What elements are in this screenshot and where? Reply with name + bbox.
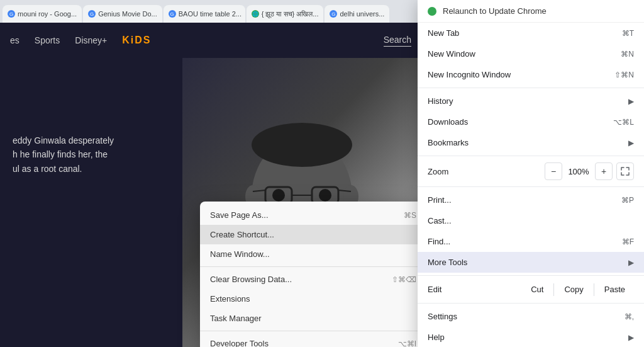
tab-2-icon: G xyxy=(88,10,96,18)
cm-edit-sep-2 xyxy=(594,283,594,296)
cm-copy-button[interactable]: Copy xyxy=(555,282,592,297)
ctx-save-page[interactable]: Save Page As... ⌘S xyxy=(200,205,426,225)
cm-more-tools[interactable]: More Tools ▶ xyxy=(418,252,644,273)
cm-divider-3 xyxy=(418,275,644,276)
cm-divider-2 xyxy=(418,156,644,156)
cm-edit-sep-1 xyxy=(553,283,554,296)
cm-cast[interactable]: Cast... xyxy=(418,210,644,231)
cm-zoom-percent: 100% xyxy=(566,167,591,176)
cm-new-tab[interactable]: New Tab ⌘T xyxy=(418,23,644,43)
cm-edit-label: Edit xyxy=(428,285,522,294)
nav-item-disney[interactable]: Disney+ xyxy=(75,35,107,45)
cm-zoom-plus[interactable]: + xyxy=(595,162,613,180)
cm-history[interactable]: History ▶ xyxy=(418,91,644,111)
more-tools-arrow-icon: ▶ xyxy=(628,258,634,267)
tab-3-icon: G xyxy=(169,10,176,18)
cm-downloads[interactable]: Downloads ⌥⌘L xyxy=(418,111,644,132)
tab-2[interactable]: G Genius Movie Do... xyxy=(83,5,162,23)
history-arrow-icon: ▶ xyxy=(628,97,634,106)
ctx-developer-tools[interactable]: Developer Tools ⌥⌘I xyxy=(200,334,426,347)
ctx-name-window[interactable]: Name Window... xyxy=(200,244,426,264)
cm-bookmarks[interactable]: Bookmarks ▶ xyxy=(418,132,644,153)
cm-zoom-controls: − 100% + xyxy=(545,162,634,180)
cm-zoom-row: Zoom − 100% + xyxy=(418,159,644,184)
nav-item-kids[interactable]: KiDS xyxy=(122,35,151,46)
nav-item-es[interactable]: es xyxy=(10,35,19,45)
cm-new-window[interactable]: New Window ⌘N xyxy=(418,43,644,64)
tab-5[interactable]: G delhi univers... xyxy=(325,5,389,23)
cm-divider-4 xyxy=(418,303,644,304)
bookmarks-arrow-icon: ▶ xyxy=(628,139,634,147)
hero-text: eddy Ginwala desperatelyh he finally fin… xyxy=(13,134,114,176)
tab-1[interactable]: G mouni roy - Goog... xyxy=(3,5,82,23)
tab-4-icon: 🌐 xyxy=(252,10,259,18)
svg-point-9 xyxy=(319,189,331,202)
chrome-menu: Relaunch to Update Chrome New Tab ⌘T New… xyxy=(418,0,644,347)
cm-divider-zoom xyxy=(418,186,644,187)
nav-item-sports[interactable]: Sports xyxy=(35,35,60,45)
cm-zoom-fullscreen-btn[interactable] xyxy=(616,162,634,180)
svg-point-8 xyxy=(272,189,285,202)
fullscreen-icon xyxy=(621,167,630,176)
ctx-divider-1 xyxy=(200,266,426,267)
hero-description: eddy Ginwala desperatelyh he finally fin… xyxy=(13,134,114,176)
cm-new-incognito[interactable]: New Incognito Window ⇧⌘N xyxy=(418,64,644,85)
nav-search[interactable]: Search xyxy=(384,35,411,47)
cm-print[interactable]: Print... ⌘P xyxy=(418,190,644,210)
cm-edit-row: Edit Cut Copy Paste xyxy=(418,278,644,300)
tab-1-icon: G xyxy=(8,10,15,18)
cm-zoom-minus[interactable]: − xyxy=(545,162,562,180)
ctx-task-manager[interactable]: Task Manager xyxy=(200,309,426,328)
svg-point-2 xyxy=(252,123,352,167)
cm-help[interactable]: Help ▶ xyxy=(418,327,644,347)
cm-divider-1 xyxy=(418,88,644,88)
help-arrow-icon: ▶ xyxy=(628,333,634,342)
cm-zoom-label: Zoom xyxy=(428,167,540,176)
tab-5-icon: G xyxy=(330,10,337,18)
cm-paste-button[interactable]: Paste xyxy=(596,282,634,297)
ctx-extensions[interactable]: Extensions xyxy=(200,289,426,309)
tabs-bar: G mouni roy - Goog... G Genius Movie Do.… xyxy=(0,0,421,23)
ctx-clear-browsing[interactable]: Clear Browsing Data... ⇧⌘⌫ xyxy=(200,270,426,289)
cm-relaunch-label: Relaunch to Update Chrome xyxy=(443,6,547,16)
nav-bar: es Sports Disney+ KiDS Search xyxy=(0,23,421,58)
update-dot-icon xyxy=(428,7,436,16)
ctx-create-shortcut[interactable]: Create Shortcut... xyxy=(200,225,426,244)
ctx-divider-2 xyxy=(200,331,426,331)
cm-relaunch-header[interactable]: Relaunch to Update Chrome xyxy=(418,0,644,23)
cm-settings[interactable]: Settings ⌘, xyxy=(418,306,644,327)
cm-find[interactable]: Find... ⌘F xyxy=(418,231,644,252)
tab-3[interactable]: G BAOU time table 2... xyxy=(164,5,245,23)
cm-cut-button[interactable]: Cut xyxy=(522,282,552,297)
context-menu: Save Page As... ⌘S Create Shortcut... Na… xyxy=(200,202,426,347)
tab-4[interactable]: 🌐 { झूठ या सच} अखिल... xyxy=(247,5,324,23)
